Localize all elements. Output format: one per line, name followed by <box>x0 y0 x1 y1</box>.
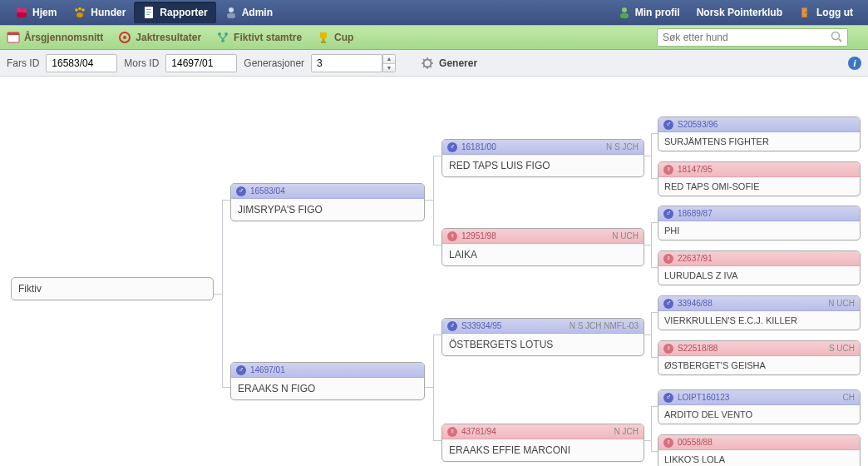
svg-point-24 <box>221 39 224 42</box>
nav-reports-label: Rapporter <box>160 7 207 18</box>
dog-search <box>657 28 861 47</box>
female-icon: ♀ <box>447 231 457 241</box>
people-icon <box>15 6 28 19</box>
generate-button[interactable]: Generer <box>421 57 477 70</box>
dog-search-input[interactable] <box>657 28 848 47</box>
male-icon: ♂ <box>663 209 673 219</box>
nav-home-label: Hjem <box>32 7 57 18</box>
g3-ssd[interactable]: ♀18147/95 RED TAPS OMI-SOFIE <box>658 161 861 196</box>
search-icon[interactable] <box>830 30 843 46</box>
g3-ddd[interactable]: ♀00558/88 LIKKO'S LOLA <box>658 434 861 466</box>
tb-yearavg-label: Årsgjennomsnitt <box>24 32 103 43</box>
spinner-down[interactable]: ▼ <box>383 63 395 72</box>
svg-rect-12 <box>227 13 235 18</box>
spinner-up[interactable]: ▲ <box>383 55 395 63</box>
g3-sds[interactable]: ♂18689/87 PHI <box>658 206 861 240</box>
svg-rect-14 <box>620 13 629 18</box>
generations-spinner: ▲ ▼ <box>311 54 396 72</box>
female-icon: ♀ <box>663 165 673 175</box>
pedigree-tree: Fiktiv ♂16583/04 JIMSRYPA'S FIGO ♂14697/… <box>0 77 868 466</box>
g3-sdd[interactable]: ♀22637/91 LURUDALS Z IVA <box>658 250 861 285</box>
nav-logout-label: Logg ut <box>816 7 853 18</box>
svg-point-11 <box>229 7 234 12</box>
svg-rect-19 <box>7 32 19 35</box>
sub-toolbar: Årsgjennomsnitt Jaktresultater Fiktivt s… <box>0 25 868 50</box>
g1-sire[interactable]: ♂16583/04 JIMSRYPA'S FIGO <box>230 183 425 221</box>
svg-rect-26 <box>321 42 326 43</box>
g2-ds[interactable]: ♂S33934/95N S JCH NMFL-03 ÖSTBERGETS LOT… <box>441 318 644 356</box>
person-icon <box>224 6 238 19</box>
tree-icon <box>216 31 229 44</box>
mother-id-input[interactable] <box>165 54 237 72</box>
g3-dsd[interactable]: ♀S22518/88S UCH ØSTBERGET'S GEISHA <box>658 340 861 375</box>
g3-sss[interactable]: ♂S20593/96 SURJÄMTENS FIGHTER <box>658 116 861 151</box>
nav-admin[interactable]: Admin <box>216 2 281 23</box>
nav-profile[interactable]: Min profil <box>609 2 688 23</box>
nav-admin-label: Admin <box>242 7 273 18</box>
paw-icon <box>73 6 86 19</box>
g3-dss[interactable]: ♂33946/88N UCH VIERKRULLEN'S E.C.J. KILL… <box>658 295 861 330</box>
door-icon <box>799 6 812 19</box>
pedigree-root[interactable]: Fiktiv <box>11 277 214 300</box>
nav-logout[interactable]: Logg ut <box>791 2 861 23</box>
male-icon: ♂ <box>447 321 457 331</box>
svg-point-6 <box>76 12 83 17</box>
svg-rect-9 <box>146 12 151 12</box>
svg-rect-10 <box>146 14 150 15</box>
g1-dam[interactable]: ♂14697/01 ERAAKS N FIGO <box>230 362 425 400</box>
male-icon: ♂ <box>236 365 246 375</box>
female-icon: ♀ <box>447 427 457 437</box>
svg-point-23 <box>224 32 228 36</box>
generate-label: Generer <box>439 57 477 69</box>
tb-hunt[interactable]: Jaktresultater <box>118 31 201 44</box>
father-id-label: Fars ID <box>7 57 39 69</box>
male-icon: ♂ <box>663 393 673 403</box>
gear-icon <box>421 57 434 70</box>
svg-point-3 <box>76 8 79 12</box>
female-icon: ♀ <box>663 254 673 264</box>
mother-id-label: Mors ID <box>124 57 159 69</box>
nav-profile-label: Min profil <box>635 7 680 18</box>
g2-sd[interactable]: ♀12951/98N UCH LAIKA <box>441 228 644 266</box>
tb-fictive-label: Fiktivt stamtre <box>234 32 302 43</box>
generations-input[interactable] <box>311 54 382 72</box>
svg-line-28 <box>839 39 841 42</box>
target-icon <box>118 31 131 44</box>
male-icon: ♂ <box>236 186 246 196</box>
svg-rect-25 <box>323 39 325 42</box>
male-icon: ♂ <box>447 142 457 152</box>
svg-point-13 <box>622 7 627 12</box>
tb-cup-label: Cup <box>334 32 353 43</box>
nav-dogs[interactable]: Hunder <box>65 2 134 23</box>
male-icon: ♂ <box>663 120 673 130</box>
female-icon: ♀ <box>663 344 673 354</box>
nav-club[interactable]: Norsk Pointerklub <box>688 2 791 22</box>
avatar-icon <box>618 6 631 19</box>
svg-point-21 <box>123 36 126 39</box>
nav-home[interactable]: Hjem <box>7 2 65 23</box>
svg-point-4 <box>79 7 82 11</box>
document-icon <box>142 6 155 19</box>
nav-reports[interactable]: Rapporter <box>134 2 215 23</box>
female-icon: ♀ <box>663 438 673 448</box>
svg-point-0 <box>17 7 22 12</box>
father-id-input[interactable] <box>46 54 117 72</box>
tb-yearavg[interactable]: Årsgjennomsnitt <box>7 31 103 44</box>
g2-dd[interactable]: ♀43781/94N JCH ERAAKS EFFIE MARCONI <box>441 424 644 462</box>
tb-fictive[interactable]: Fiktivt stamtre <box>216 31 302 44</box>
info-icon[interactable]: i <box>848 57 861 70</box>
male-icon: ♂ <box>663 299 673 309</box>
svg-point-5 <box>82 8 86 12</box>
g3-dds[interactable]: ♂LOIPT160123CH ARDITO DEL VENTO <box>658 389 861 424</box>
g2-ss[interactable]: ♂16181/00N S JCH RED TAPS LUIS FIGO <box>441 139 644 177</box>
pedigree-root-name: Fiktiv <box>12 278 213 300</box>
svg-point-17 <box>805 12 806 13</box>
calendar-icon <box>7 31 20 44</box>
generations-label: Generasjoner <box>244 57 304 69</box>
tb-hunt-label: Jaktresultater <box>136 32 201 43</box>
top-nav: Hjem Hunder Rapporter Admin Min profil <box>0 0 868 25</box>
trophy-icon <box>317 31 330 44</box>
svg-point-29 <box>424 59 432 67</box>
svg-point-27 <box>832 32 840 39</box>
tb-cup[interactable]: Cup <box>317 31 353 44</box>
